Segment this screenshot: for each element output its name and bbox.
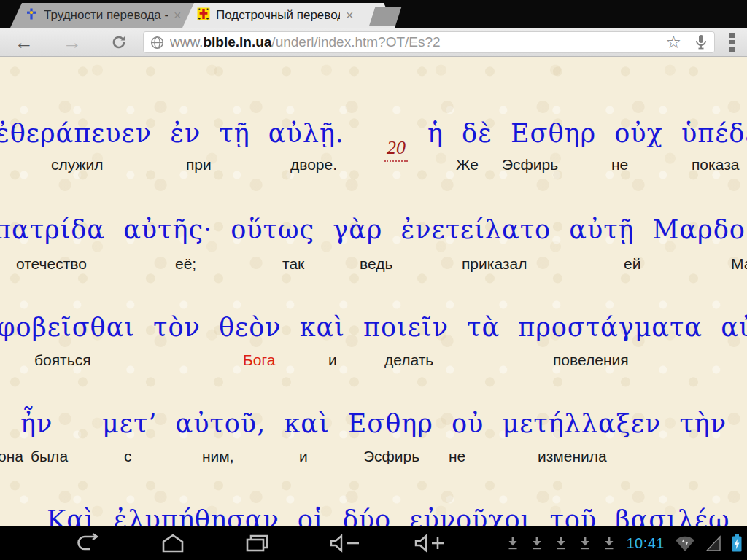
russian-gloss-word: приказал [462, 255, 527, 273]
status-icons: 10:41 [506, 526, 743, 560]
russian-gloss-word: Мар [731, 255, 747, 273]
reload-button[interactable] [107, 31, 131, 54]
clock[interactable]: 10:41 [626, 535, 665, 552]
voice-search-mic-icon[interactable] [694, 34, 708, 51]
russian-gloss-word: Же [456, 156, 479, 174]
url-path: /underl/index.htm?OT/Es?2 [271, 34, 440, 50]
download-icon[interactable] [578, 534, 592, 552]
back-icon [74, 532, 104, 555]
new-tab-button[interactable] [369, 7, 401, 26]
tab-title: Подстрочный перевод [216, 8, 340, 23]
wifi-icon[interactable] [674, 534, 696, 553]
russian-gloss-word: так [282, 255, 304, 273]
volume-down-icon [325, 532, 366, 555]
russian-gloss-word: дворе. [290, 156, 337, 174]
russian-gloss-word: не [611, 156, 628, 174]
url-domain: bible.in.ua [203, 34, 271, 50]
russian-gloss-word: делать [384, 351, 433, 369]
globe-icon [150, 36, 164, 50]
russian-gloss-word: её; [175, 255, 196, 273]
russian-gloss-word: показа [692, 156, 739, 174]
greek-text: πατρίδα αὐτῆς· οὕτως γὰρ ἐνετείλατο αὐτῇ… [0, 216, 746, 244]
url-bar[interactable]: www.bible.in.ua/underl/index.htm?OT/Es?2… [143, 31, 715, 53]
forward-button[interactable]: → [60, 31, 85, 54]
volume-up-icon [410, 532, 451, 555]
russian-gloss-word: и [328, 351, 337, 369]
android-home-button[interactable] [154, 528, 192, 559]
download-icon[interactable] [506, 534, 520, 552]
menu-button[interactable] [724, 33, 740, 52]
reload-icon [110, 34, 128, 51]
cell-signal-icon [705, 534, 721, 552]
android-recents-button[interactable] [238, 528, 276, 559]
volume-down-button[interactable] [324, 528, 368, 559]
back-button[interactable]: ← [12, 31, 36, 54]
page-content: ἐθεράπευεν ἐν τῇ αὐλῇ.20ἡ δὲ Εσθηρ οὐχ ὑ… [0, 57, 747, 526]
christian-cross-icon [25, 7, 38, 23]
russian-gloss-word: Эсфирь [363, 448, 419, 465]
russian-gloss-word: при [186, 156, 212, 174]
home-icon [158, 532, 188, 555]
russian-gloss-word: не [449, 448, 465, 465]
russian-gloss-word: Бога [243, 351, 275, 369]
url-prefix: www. [170, 34, 203, 50]
tab-podstrochny-perevod[interactable]: Подстрочный перевод × [182, 3, 395, 28]
red-cross-icon [197, 7, 210, 23]
russian-gloss-word: была [31, 448, 68, 465]
recent-apps-icon [241, 532, 272, 555]
greek-text: ἦν [20, 410, 53, 438]
verse-number-link[interactable]: 20 [384, 137, 408, 162]
russian-gloss-word: Эсфирь [502, 156, 558, 174]
russian-gloss-word: ведь [360, 255, 392, 273]
close-icon[interactable]: × [174, 9, 182, 22]
russian-gloss-word: с [124, 448, 132, 465]
greek-text: ἐθεράπευεν ἐν τῇ αὐλῇ. [0, 120, 344, 148]
russian-gloss-word: она [0, 448, 23, 465]
download-icon[interactable] [602, 534, 616, 552]
russian-gloss-word: и [299, 448, 308, 465]
greek-text: ἡ δὲ Εσθηρ οὐχ ὑπέδει [427, 120, 747, 148]
russian-gloss-word: изменила [538, 448, 607, 465]
close-icon[interactable]: × [346, 9, 354, 22]
tab-strip: Трудности перевода - × Подстрочный перев… [0, 0, 747, 28]
download-icon[interactable] [530, 534, 544, 552]
russian-gloss-word: ним, [202, 448, 234, 465]
tab-title: Трудности перевода - [44, 8, 168, 23]
bookmark-star-icon[interactable]: ☆ [665, 32, 681, 52]
russian-gloss-word: бояться [34, 351, 91, 369]
greek-text: μετ’ αὐτοῦ, καὶ Εσθηρ οὐ μετήλλαξεν τὴν [102, 410, 727, 438]
download-icon[interactable] [554, 534, 568, 552]
greek-text: φοβεῖσθαι τὸν θεὸν καὶ ποιεῖν τὰ προστάγ… [0, 314, 747, 342]
android-back-button[interactable] [70, 528, 108, 559]
volume-up-button[interactable] [409, 528, 452, 559]
url-text: www.bible.in.ua/underl/index.htm?OT/Es?2 [170, 34, 659, 50]
russian-gloss-word: повеления [553, 351, 629, 369]
russian-gloss-word: служил [51, 156, 104, 174]
russian-gloss-word: отечество [16, 255, 87, 273]
browser-window: Трудности перевода - × Подстрочный перев… [0, 0, 747, 560]
russian-gloss-word: ей [624, 255, 640, 273]
greek-text: Καὶ ἐλυπήθησαν οἱ δύο εὐνοῦχοι τοῦ βασιλ… [47, 506, 730, 526]
battery-charging-icon [731, 533, 743, 553]
browser-toolbar: ← → www.bible.in.ua/underl/index.htm?OT/… [0, 28, 747, 57]
android-navbar: 10:41 [0, 526, 747, 560]
